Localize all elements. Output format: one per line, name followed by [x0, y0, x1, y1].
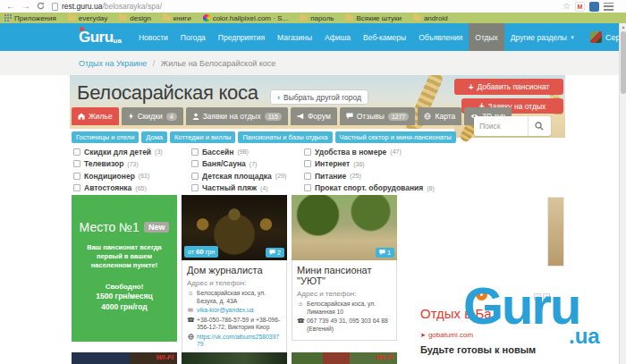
- checkbox[interactable]: [73, 173, 80, 180]
- bookmark-folder[interactable]: книги: [163, 14, 191, 22]
- bookmark-link[interactable]: color.hailpixel.com · S...: [203, 14, 288, 22]
- filter-playground[interactable]: Детская площадка(29): [191, 170, 300, 182]
- ad-banner-strip[interactable]: [547, 197, 564, 267]
- filter-internet[interactable]: Интернет(36): [304, 158, 501, 171]
- listing-photo[interactable]: 1: [292, 195, 397, 260]
- scroll-up-icon[interactable]: ▲: [620, 23, 626, 30]
- bookmark-folder[interactable]: Всякие штуки: [345, 14, 401, 22]
- listing-photo[interactable]: Wi-Fi: [72, 352, 177, 364]
- scrollbar[interactable]: ▲: [619, 23, 626, 364]
- guru-logo[interactable]: Guru ua: [79, 23, 122, 51]
- checkbox[interactable]: [304, 148, 311, 156]
- filter-parking[interactable]: Автостоянка(65): [73, 182, 188, 195]
- bookmark-star-icon[interactable]: ☆: [563, 2, 571, 11]
- chip-cottages[interactable]: Коттеджи и виллы: [170, 131, 235, 143]
- listing-photo[interactable]: [182, 352, 287, 364]
- nav-other-sections[interactable]: Другие разделы▼: [504, 23, 581, 51]
- ad-choice-icons: i ×: [534, 293, 550, 301]
- filter-pool[interactable]: Бассейн(98): [191, 146, 300, 158]
- bookmark-folder[interactable]: android: [413, 14, 448, 22]
- ad-info-icon[interactable]: i: [534, 293, 541, 301]
- tab-discounts[interactable]: Скидки4: [122, 107, 183, 125]
- search-input[interactable]: [474, 122, 528, 131]
- speech-bubble-icon: [379, 250, 385, 256]
- filter-sport-rental[interactable]: Прокат спорт. оборудования(8): [304, 182, 501, 195]
- ad-title[interactable]: Отдых в Ба: [420, 306, 492, 321]
- filter-tv[interactable]: Телевизор(73): [73, 158, 188, 171]
- address-bar[interactable]: rest.guru.ua/belosarayka/spa/: [52, 2, 563, 11]
- url-path: /belosarayka/spa/: [102, 2, 162, 11]
- search-box: [474, 116, 551, 136]
- phone-icon: ☎: [187, 317, 194, 332]
- checkbox[interactable]: [191, 160, 199, 167]
- gmail-extension-icon[interactable]: M: [575, 2, 585, 12]
- tab-housing[interactable]: Жилье: [72, 107, 119, 125]
- nav-ads[interactable]: Объявления: [412, 23, 469, 51]
- promo-free-label: Свободно!: [72, 283, 177, 291]
- chrome-menu-icon[interactable]: [604, 3, 613, 11]
- comments-badge[interactable]: 2: [266, 248, 284, 258]
- extension-icon[interactable]: [589, 2, 599, 12]
- add-pension-button[interactable]: +Добавить пансионат: [454, 79, 563, 95]
- filter-meals[interactable]: Питание(25): [304, 170, 501, 182]
- email-row[interactable]: ✉vika-kior@yandex.ua: [187, 307, 282, 315]
- filter-private-beach[interactable]: Частный пляж(4): [191, 182, 300, 195]
- nav-weather[interactable]: Погода: [174, 23, 212, 51]
- change-city-button[interactable]: › Выбрать другой город: [270, 89, 368, 105]
- tab-rest-requests[interactable]: Заявки на отдых115: [186, 107, 288, 125]
- nav-companies[interactable]: Предприятия: [212, 23, 271, 51]
- filter-kids-discounts[interactable]: Скидки для детей(3): [73, 146, 188, 158]
- ad-close-icon[interactable]: ×: [543, 293, 550, 301]
- checkbox[interactable]: [191, 173, 199, 180]
- filter-room-amenities[interactable]: Удобства в номере(47): [304, 146, 501, 158]
- page-viewport: Guru ua Новости Погода Предприятия Магаз…: [0, 23, 626, 364]
- phone-icon: ☎: [297, 317, 304, 333]
- website-row[interactable]: https://vk.com/albums258039779: [187, 334, 282, 349]
- ad-link[interactable]: ➤gobatumi.com: [420, 331, 473, 339]
- checkbox[interactable]: [73, 160, 80, 167]
- listing-title-link[interactable]: Дом журналиста: [187, 265, 282, 275]
- filter-sauna[interactable]: Баня/Сауна(7): [191, 158, 300, 171]
- tab-forum[interactable]: Форум: [291, 107, 337, 125]
- checkbox[interactable]: [304, 160, 311, 167]
- forward-icon[interactable]: →: [21, 2, 30, 11]
- lightning-icon: [128, 113, 134, 120]
- scrollbar-thumb[interactable]: [621, 31, 626, 94]
- breadcrumb-separator: /: [153, 59, 156, 68]
- nav-rest-active[interactable]: Отдых: [469, 23, 504, 51]
- nav-news[interactable]: Новости: [132, 23, 174, 51]
- listing-photo[interactable]: от 60 грн 2: [182, 195, 287, 260]
- bookmark-folder[interactable]: design: [119, 14, 151, 22]
- nav-webcams[interactable]: Веб-камеры: [357, 23, 412, 51]
- tab-map[interactable]: Карта: [418, 107, 461, 125]
- promo-place1-card[interactable]: Место №1New Ваш пансионат всегда первый …: [72, 195, 177, 342]
- chip-houses[interactable]: Дома: [141, 131, 167, 143]
- checkbox[interactable]: [191, 148, 199, 156]
- listing-photo[interactable]: Wi-Fi: [292, 352, 397, 364]
- filter-aircon[interactable]: Кондиционер(61): [73, 170, 188, 182]
- chip-hotels[interactable]: Гостиницы и отели: [72, 131, 139, 143]
- bookmark-apps[interactable]: Приложения: [4, 14, 56, 22]
- nav-shops[interactable]: Магазины: [271, 23, 318, 51]
- breadcrumb-home-link[interactable]: Отдых на Украине: [79, 59, 147, 68]
- chip-pensions[interactable]: Пансионаты и базы отдыха: [238, 131, 332, 143]
- reload-icon[interactable]: [37, 2, 45, 12]
- chevron-down-icon: ▼: [570, 35, 575, 40]
- search-button[interactable]: [528, 116, 549, 136]
- listing-title-link[interactable]: Мини пансионат "УЮТ": [297, 265, 392, 286]
- folder-icon: [413, 15, 421, 21]
- back-icon[interactable]: ←: [6, 2, 15, 11]
- tab-reviews[interactable]: Отзывы1277: [340, 107, 416, 125]
- checkbox[interactable]: [191, 184, 199, 191]
- count-badge: 115: [265, 113, 282, 121]
- checkbox[interactable]: [73, 148, 80, 156]
- chip-private-sector[interactable]: Частный сектор и мини-пансионаты: [335, 131, 456, 143]
- bookmark-folder[interactable]: everyday: [68, 14, 107, 22]
- ad-arrow-icon: ➤: [420, 332, 426, 339]
- nav-afisha[interactable]: Афиша: [318, 23, 357, 51]
- checkbox[interactable]: [304, 173, 311, 180]
- comments-badge[interactable]: 1: [376, 248, 394, 258]
- checkbox[interactable]: [73, 184, 80, 191]
- bookmark-folder[interactable]: пароль: [300, 14, 334, 22]
- checkbox[interactable]: [304, 184, 311, 191]
